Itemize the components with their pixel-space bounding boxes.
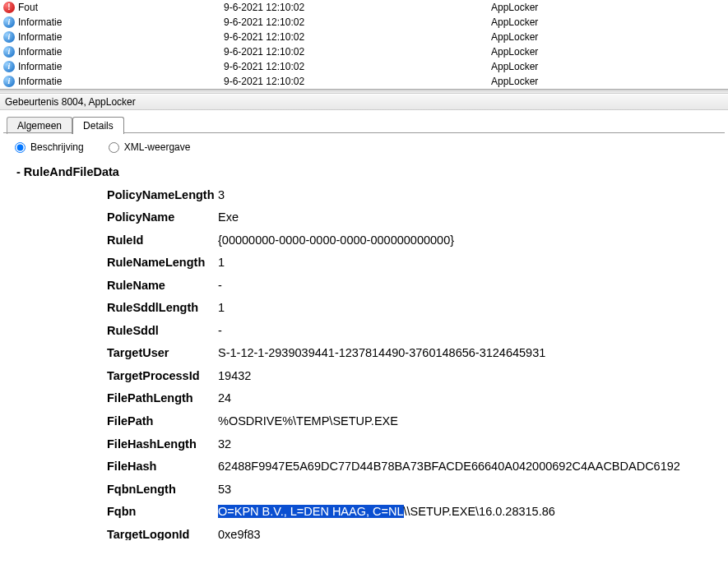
radio-xml[interactable] <box>109 142 119 153</box>
event-date: 9-6-2021 12:10:02 <box>222 59 489 74</box>
event-date: 9-6-2021 12:10:02 <box>222 15 489 30</box>
view-mode-radios: Beschrijving XML-weergave <box>0 133 728 161</box>
radio-xml-label[interactable]: XML-weergave <box>109 141 191 153</box>
section-title[interactable]: RuleAndFileData <box>16 161 712 184</box>
event-level-text: Informatie <box>18 59 62 74</box>
event-level-text: Informatie <box>18 15 62 30</box>
event-row[interactable]: Informatie9-6-2021 12:10:02AppLocker <box>0 15 728 30</box>
field-row: PolicyNameLength3 <box>49 184 712 207</box>
event-source: AppLocker <box>489 44 538 59</box>
field-row: PolicyNameExe <box>49 206 712 229</box>
tab-algemeen[interactable]: Algemeen <box>7 117 72 134</box>
info-icon <box>3 76 15 87</box>
field-val: S-1-12-1-2939039441-1237814490-376014865… <box>218 342 712 365</box>
field-val: - <box>218 320 712 343</box>
event-source: AppLocker <box>489 30 538 44</box>
field-val: 1 <box>218 252 712 275</box>
field-row: TargetUserS-1-12-1-2939039441-1237814490… <box>49 342 712 365</box>
info-icon <box>3 16 15 28</box>
field-key: RuleId <box>107 229 218 252</box>
field-row: RuleName- <box>49 275 712 298</box>
tab-bar: Algemeen Details <box>0 110 728 133</box>
field-targetlogonid: TargetLogonId 0xe9f83 <box>49 524 712 540</box>
tab-details[interactable]: Details <box>72 117 124 134</box>
event-row[interactable]: Informatie9-6-2021 12:10:02AppLocker <box>0 59 728 74</box>
event-row[interactable]: Informatie9-6-2021 12:10:02AppLocker <box>0 30 728 44</box>
field-key: PolicyNameLength <box>107 184 218 207</box>
field-row: FqbnLength53 <box>49 478 712 502</box>
field-val: %OSDRIVE%\TEMP\SETUP.EXE <box>218 410 712 433</box>
info-icon <box>3 46 15 58</box>
fqbn-rest: \\SETUP.EXE\16.0.28315.86 <box>404 505 555 518</box>
error-icon <box>3 2 15 13</box>
field-row: RuleNameLength1 <box>49 252 712 275</box>
field-key: FileHash <box>107 455 218 478</box>
fqbn-highlighted[interactable]: O=KPN B.V., L=DEN HAAG, C=NL <box>218 505 404 518</box>
field-val: {00000000-0000-0000-0000-000000000000} <box>218 229 712 252</box>
field-row: FilePath%OSDRIVE%\TEMP\SETUP.EXE <box>49 410 712 433</box>
event-row[interactable]: Informatie9-6-2021 12:10:02AppLocker <box>0 74 728 89</box>
event-source: AppLocker <box>489 74 538 89</box>
field-key: RuleSddlLength <box>107 297 218 320</box>
field-val: 53 <box>218 478 712 502</box>
field-row: FileHash62488F9947E5A69DC77D44B78BA73BFA… <box>49 455 712 478</box>
event-source: AppLocker <box>489 0 538 15</box>
field-key: FilePathLength <box>107 387 218 410</box>
radio-beschrijving-label[interactable]: Beschrijving <box>15 141 84 153</box>
field-val: Exe <box>218 206 712 229</box>
field-key: TargetUser <box>107 342 218 365</box>
radio-beschrijving[interactable] <box>15 142 26 153</box>
field-val-fqbn[interactable]: O=KPN B.V., L=DEN HAAG, C=NL\\SETUP.EXE\… <box>218 501 712 524</box>
details-area: RuleAndFileData PolicyNameLength3PolicyN… <box>0 161 728 548</box>
field-key: TargetProcessId <box>107 365 218 388</box>
radio-beschrijving-text: Beschrijving <box>30 141 84 153</box>
field-val: 62488F9947E5A69DC77D44B78BA73BFACDE66640… <box>218 455 712 478</box>
event-level-text: Fout <box>18 0 38 15</box>
field-fqbn: Fqbn O=KPN B.V., L=DEN HAAG, C=NL\\SETUP… <box>49 501 712 524</box>
event-source: AppLocker <box>489 15 538 30</box>
field-row: RuleSddl- <box>49 320 712 343</box>
event-row[interactable]: Informatie9-6-2021 12:10:02AppLocker <box>0 44 728 59</box>
field-val: 19432 <box>218 365 712 388</box>
event-level-text: Informatie <box>18 74 62 89</box>
field-val: - <box>218 275 712 298</box>
field-key: PolicyName <box>107 206 218 229</box>
field-key: FqbnLength <box>107 478 218 502</box>
field-row: RuleId{00000000-0000-0000-0000-000000000… <box>49 229 712 252</box>
event-date: 9-6-2021 12:10:02 <box>222 44 489 59</box>
field-key-targetlogonid: TargetLogonId <box>107 524 218 540</box>
event-level-text: Informatie <box>18 44 62 59</box>
info-icon <box>3 31 15 43</box>
event-date: 9-6-2021 12:10:02 <box>222 30 489 44</box>
field-row: TargetProcessId19432 <box>49 365 712 388</box>
field-row: FileHashLength32 <box>49 433 712 456</box>
field-val: 1 <box>218 297 712 320</box>
field-row: FilePathLength24 <box>49 387 712 410</box>
info-icon <box>3 61 15 72</box>
event-source: AppLocker <box>489 59 538 74</box>
event-list[interactable]: Fout9-6-2021 12:10:02AppLockerInformatie… <box>0 0 728 89</box>
field-key-fqbn: Fqbn <box>107 501 218 524</box>
field-row: RuleSddlLength1 <box>49 297 712 320</box>
field-key: FileHashLength <box>107 433 218 456</box>
field-key: RuleNameLength <box>107 252 218 275</box>
field-val: 24 <box>218 387 712 410</box>
field-val-targetlogonid: 0xe9f83 <box>218 524 712 540</box>
field-val: 32 <box>218 433 712 456</box>
event-date: 9-6-2021 12:10:02 <box>222 0 489 15</box>
event-level-text: Informatie <box>18 30 62 44</box>
event-date: 9-6-2021 12:10:02 <box>222 74 489 89</box>
field-key: FilePath <box>107 410 218 433</box>
panel-header: Gebeurtenis 8004, AppLocker <box>0 94 728 110</box>
field-key: RuleName <box>107 275 218 298</box>
field-val: 3 <box>218 184 712 207</box>
event-row[interactable]: Fout9-6-2021 12:10:02AppLocker <box>0 0 728 15</box>
field-key: RuleSddl <box>107 320 218 343</box>
radio-xml-text: XML-weergave <box>124 141 191 153</box>
